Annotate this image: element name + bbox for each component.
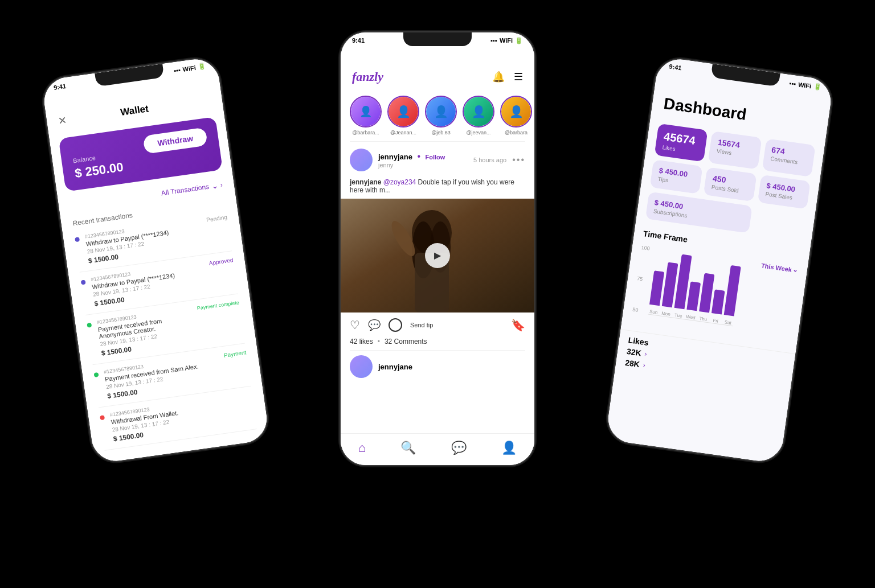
story-item[interactable]: 👤 @jeb.63 (425, 96, 457, 135)
story-avatar: 👤 (350, 96, 382, 128)
transaction-list: #1234567890123 Withdraw to Paypal (****1… (62, 207, 268, 452)
likes-value-2: 28K (624, 357, 640, 368)
follow-button[interactable]: Follow (425, 154, 445, 161)
bar-label: Sun (649, 309, 657, 315)
wifi-icon-right: WiFi (798, 80, 812, 89)
tx-dot (87, 322, 92, 327)
post-subname: jenny (378, 162, 468, 168)
next-post-avatar (350, 355, 373, 378)
bar-label: Fri (713, 318, 718, 323)
tx-dot (100, 415, 105, 420)
story-avatar: 👤 (463, 96, 494, 128)
status-time-center: 9:41 (352, 37, 365, 44)
bar-group-sat: Sat (722, 265, 741, 325)
bar-label: Wed (686, 314, 696, 320)
wifi-icon-center: WiFi (500, 37, 513, 44)
post-time: 5 hours ago (473, 157, 506, 163)
signal-icon: ▪▪▪ (173, 66, 181, 74)
fanzly-logo: fanzly (352, 69, 383, 84)
more-options-icon[interactable]: ••• (512, 155, 525, 165)
story-avatar: 👤 (387, 96, 419, 128)
bell-icon[interactable]: 🔔 (492, 71, 505, 83)
bar-label: Thu (699, 316, 708, 322)
bar (686, 281, 701, 311)
story-name: @jeevan... (466, 130, 490, 135)
post-header: jennyjane • Follow jenny 5 hours ago ••• (341, 142, 534, 178)
tx-status: Pending (206, 213, 228, 223)
chevron-down-icon: ⌄ (792, 266, 799, 274)
tx-status: Payment (223, 349, 247, 358)
battery-icon: 🔋 (198, 62, 207, 71)
story-name: @barbara (505, 130, 528, 135)
tx-dot (94, 372, 99, 377)
chevron-right-icon: › (644, 349, 648, 357)
post-user-info: jennyjane • Follow jenny (378, 151, 468, 168)
battery-icon-right: 🔋 (813, 83, 822, 91)
search-nav-icon[interactable]: 🔍 (400, 441, 416, 455)
wifi-icon: WiFi (182, 64, 197, 72)
story-item[interactable]: 👤 @jeevan... (463, 96, 494, 135)
signal-icon-right: ▪▪▪ (789, 79, 796, 87)
battery-icon-center: 🔋 (515, 37, 523, 44)
signal-icon-center: ▪▪▪ (490, 37, 497, 44)
story-avatar: 👤 (500, 96, 532, 128)
story-name: @Jeanan... (390, 130, 416, 135)
story-name: @barbara... (352, 130, 379, 135)
wallet-title: Wallet (120, 103, 149, 118)
bar-label: Tue (674, 312, 682, 318)
home-nav-icon[interactable]: ⌂ (358, 441, 366, 455)
bottom-nav: ⌂ 🔍 💬 👤 (341, 433, 534, 465)
stat-card-likes: 45674 Likes (655, 123, 708, 162)
story-item[interactable]: 👤 @Jeanan... (387, 96, 419, 135)
menu-icon[interactable]: ☰ (514, 71, 523, 83)
bookmark-icon[interactable]: 🔖 (511, 318, 525, 332)
send-tip-label[interactable]: Send tip (410, 322, 433, 328)
like-icon[interactable]: ♡ (350, 318, 360, 332)
chart-y-labels: 100 75 50 (632, 244, 651, 313)
chevron-right-icon: › (643, 361, 646, 369)
post-stats: 42 likes • 32 Comments (341, 338, 534, 350)
stories-row: 👤 @barbara... 👤 @Jeanan... 👤 (341, 90, 534, 141)
bar-label: Sat (724, 319, 731, 326)
next-post-header: jennyjane (341, 351, 534, 383)
likes-count: 42 likes (350, 338, 373, 346)
story-avatar: 👤 (425, 96, 457, 128)
status-time-right: 9:41 (669, 62, 682, 71)
y-label: 50 (632, 306, 641, 313)
profile-nav-icon[interactable]: 👤 (501, 441, 517, 455)
likes-value-1: 32K (626, 346, 642, 357)
follow-dot: • (417, 151, 420, 161)
caption-mention: @zoya234 (383, 178, 418, 186)
post-username-row: jennyjane • Follow (378, 151, 468, 162)
send-tip-circle (389, 318, 402, 332)
y-label: 75 (636, 276, 645, 282)
story-name: @jeb.63 (431, 130, 451, 135)
post-avatar (350, 149, 373, 171)
chevron-down-icon: ⌄ (211, 180, 219, 191)
comment-icon[interactable]: 💬 (368, 319, 381, 331)
bar (712, 289, 725, 314)
close-icon[interactable]: ✕ (58, 114, 68, 128)
y-label: 100 (641, 244, 650, 251)
post-image[interactable]: ▶ (341, 199, 534, 312)
caption-username: jennyjane (350, 178, 381, 186)
tx-content: #1234567890123 Payment received from Ano… (97, 306, 197, 357)
stat-card-views: 15674 Views (708, 131, 762, 170)
play-button[interactable]: ▶ (425, 243, 450, 268)
tx-status: Payment complete (197, 299, 239, 311)
status-time-left: 9:41 (53, 82, 66, 91)
wallet-phone: 9:41 ▪▪▪ WiFi 🔋 ✕ Wallet Withdraw Balanc… (41, 56, 270, 464)
story-item[interactable]: 👤 @barbara (500, 96, 532, 135)
post-username: jennyjane (378, 153, 412, 161)
comments-count: 32 Comments (385, 338, 427, 346)
tx-dot (81, 279, 86, 285)
chart-area: Sun Mon Tue (648, 246, 742, 326)
story-item[interactable]: 👤 @barbara... (350, 96, 382, 135)
bar (724, 265, 741, 316)
bar-label: Mon (661, 310, 671, 316)
stat-card-comments: 674 Comments (762, 138, 815, 177)
chevron-right-icon: › (220, 180, 223, 188)
post-caption: jennyjane @zoya234 Double tap if you wis… (341, 178, 534, 199)
chat-nav-icon[interactable]: 💬 (451, 441, 467, 455)
tx-dot (75, 237, 80, 242)
